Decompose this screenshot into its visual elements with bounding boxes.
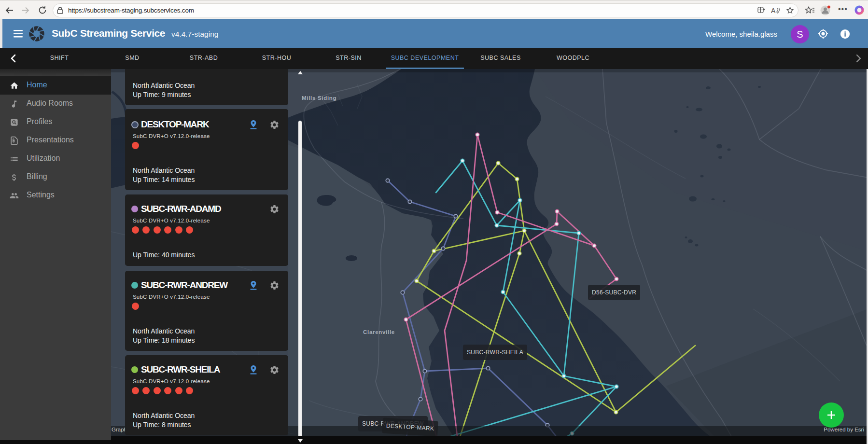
svg-text:A: A bbox=[771, 7, 776, 14]
svg-text:Clarenville: Clarenville bbox=[363, 329, 395, 335]
svg-text:Mills Siding: Mills Siding bbox=[302, 95, 336, 101]
